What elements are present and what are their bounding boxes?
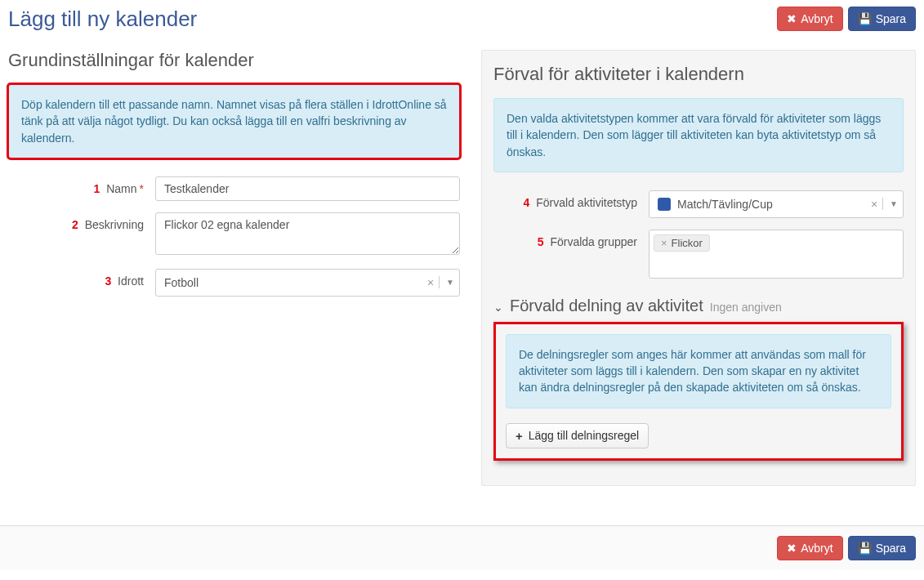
sharing-status: Ingen angiven (710, 301, 782, 314)
add-sharing-rule-label: Lägg till delningsregel (529, 429, 639, 442)
basic-settings-info: Döp kalendern till ett passande namn. Na… (8, 84, 460, 158)
name-label: 1 Namn* (8, 176, 155, 195)
add-sharing-rule-button[interactable]: + Lägg till delningsregel (506, 423, 649, 448)
description-input[interactable]: Flickor 02 egna kalender (155, 212, 460, 255)
activity-type-select[interactable]: Match/Tävling/Cup × ▼ (649, 190, 904, 218)
basic-settings-title: Grundinställningar för kalender (8, 50, 460, 71)
sharing-panel: De delningsregler som anges här kommer a… (493, 322, 904, 461)
color-swatch (658, 198, 671, 211)
name-input[interactable] (155, 176, 460, 201)
activity-type-value: Match/Tävling/Cup (677, 198, 866, 211)
group-tag[interactable]: × Flickor (654, 234, 710, 252)
save-button[interactable]: 💾 Spara (848, 7, 916, 31)
defaults-info: Den valda aktivitetstypen kommer att var… (493, 98, 904, 172)
sharing-section-toggle[interactable]: ⌄ Förvald delning av aktivitet Ingen ang… (493, 297, 904, 315)
groups-label: 5 Förvalda grupper (493, 230, 649, 248)
sport-label: 3 Idrott (8, 269, 155, 288)
cancel-button-footer[interactable]: ✖ Avbryt (777, 536, 842, 560)
page-title: Lägg till ny kalender (8, 7, 197, 32)
cancel-button-label: Avbryt (801, 12, 832, 25)
cancel-button[interactable]: ✖ Avbryt (777, 7, 842, 31)
required-marker: * (140, 182, 144, 195)
annotation-3: 3 (105, 274, 111, 288)
save-icon: 💾 (858, 13, 872, 25)
groups-input[interactable]: × Flickor (649, 230, 904, 279)
chevron-down-icon[interactable]: ▼ (439, 276, 454, 288)
activity-type-label: 4 Förvald aktivitetstyp (493, 190, 649, 209)
save-button-label: Spara (876, 542, 906, 555)
sport-select-value: Fotboll (164, 276, 422, 289)
close-icon: ✖ (787, 542, 797, 554)
plus-icon: + (516, 429, 523, 443)
sharing-info: De delningsregler som anges här kommer a… (506, 334, 891, 408)
cancel-button-label: Avbryt (801, 542, 832, 555)
sharing-section-title: Förvald delning av aktivitet (510, 297, 703, 315)
save-button-label: Spara (876, 12, 906, 25)
annotation-2: 2 (72, 218, 78, 231)
save-button-footer[interactable]: 💾 Spara (848, 536, 916, 560)
chevron-down-icon: ⌄ (493, 301, 503, 314)
save-icon: 💾 (858, 542, 872, 554)
close-icon: ✖ (787, 13, 797, 25)
annotation-5: 5 (538, 235, 544, 248)
description-label: 2 Beskrivning (8, 212, 155, 231)
sport-select[interactable]: Fotboll × ▼ (155, 269, 460, 297)
defaults-title: Förval för aktiviteter i kalendern (493, 64, 904, 85)
annotation-4: 4 (524, 196, 530, 209)
chevron-down-icon[interactable]: ▼ (882, 198, 898, 210)
group-tag-label: Flickor (672, 237, 703, 249)
clear-icon[interactable]: × (422, 276, 439, 289)
annotation-1: 1 (94, 182, 100, 195)
clear-icon[interactable]: × (866, 198, 882, 211)
remove-tag-icon[interactable]: × (661, 237, 667, 249)
